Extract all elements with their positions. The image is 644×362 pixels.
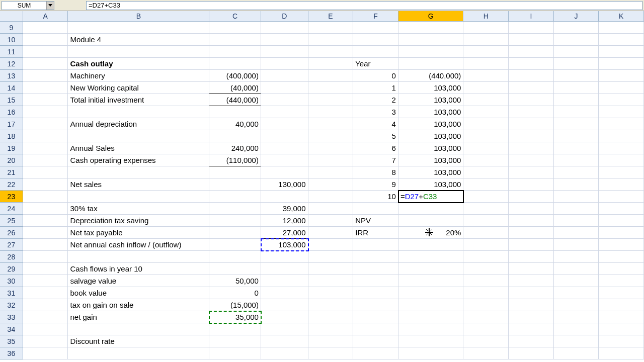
cell-D28[interactable] [261, 251, 308, 263]
cell-B25[interactable]: Depreciation tax saving [68, 215, 209, 227]
cell-H35[interactable] [463, 335, 509, 347]
cell-F14[interactable]: 1 [353, 82, 398, 94]
column-header-H[interactable]: H [463, 11, 509, 22]
cell-F21[interactable]: 8 [353, 166, 398, 178]
cell-G32[interactable] [398, 299, 463, 311]
cell-F34[interactable] [353, 323, 398, 335]
cell-D15[interactable] [261, 94, 308, 106]
cell-F11[interactable] [353, 46, 398, 58]
cell-J10[interactable] [554, 34, 599, 46]
cell-D20[interactable] [261, 154, 308, 166]
cell-J13[interactable] [554, 70, 599, 82]
cell-E27[interactable] [308, 239, 354, 251]
cell-H20[interactable] [463, 154, 509, 166]
cell-K25[interactable] [599, 215, 644, 227]
cell-B13[interactable]: Machinery [68, 70, 209, 82]
row-header-9[interactable]: 9 [0, 22, 23, 34]
cell-G15[interactable]: 103,000 [398, 94, 463, 106]
cell-A22[interactable] [23, 178, 68, 191]
column-header-K[interactable]: K [599, 11, 644, 22]
row-header-10[interactable]: 10 [0, 34, 23, 46]
cell-F32[interactable] [353, 299, 398, 311]
cell-G30[interactable] [398, 275, 463, 287]
cell-H22[interactable] [463, 178, 509, 191]
cell-A12[interactable] [23, 58, 68, 70]
cell-F13[interactable]: 0 [353, 70, 398, 82]
cell-C20[interactable]: (110,000) [209, 154, 261, 166]
cell-E33[interactable] [308, 311, 354, 323]
cell-F29[interactable] [353, 263, 398, 275]
row-header-16[interactable]: 16 [0, 106, 23, 118]
row-header-13[interactable]: 13 [0, 70, 23, 82]
row-header-34[interactable]: 34 [0, 323, 23, 335]
cell-J36[interactable] [554, 347, 599, 359]
cell-C34[interactable] [209, 323, 261, 335]
cell-E15[interactable] [308, 94, 354, 106]
cell-B9[interactable] [68, 22, 209, 34]
cell-F15[interactable]: 2 [353, 94, 398, 106]
cell-F20[interactable]: 7 [353, 154, 398, 166]
cell-B27[interactable]: Net annual cash inflow / (outflow) [68, 239, 209, 251]
row-header-14[interactable]: 14 [0, 82, 23, 94]
cell-H29[interactable] [463, 263, 509, 275]
cell-K20[interactable] [599, 154, 644, 166]
cell-F26[interactable]: IRR [353, 227, 398, 239]
cell-I11[interactable] [509, 46, 554, 58]
name-box[interactable]: SUM [2, 1, 54, 10]
cell-I33[interactable] [509, 311, 554, 323]
cell-C10[interactable] [209, 34, 261, 46]
cell-I36[interactable] [509, 347, 554, 359]
cell-F36[interactable] [353, 347, 398, 359]
cell-E31[interactable] [308, 287, 354, 299]
cell-J29[interactable] [554, 263, 599, 275]
cell-D35[interactable] [261, 335, 308, 347]
cell-C23[interactable] [209, 191, 261, 203]
cell-A33[interactable] [23, 311, 68, 323]
cell-G25[interactable] [398, 215, 463, 227]
cell-B30[interactable]: salvage value [68, 275, 209, 287]
cell-H34[interactable] [463, 323, 509, 335]
cell-B17[interactable]: Annual depreciation [68, 118, 209, 130]
cell-E9[interactable] [308, 22, 354, 34]
cell-I12[interactable] [509, 58, 554, 70]
cell-F31[interactable] [353, 287, 398, 299]
cell-K31[interactable] [599, 287, 644, 299]
cell-I14[interactable] [509, 82, 554, 94]
cell-D27[interactable]: 103,000 [261, 239, 308, 251]
row-header-11[interactable]: 11 [0, 46, 23, 58]
row-header-15[interactable]: 15 [0, 94, 23, 106]
row-header-17[interactable]: 17 [0, 118, 23, 130]
cell-F19[interactable]: 6 [353, 142, 398, 154]
cell-G17[interactable]: 103,000 [398, 118, 463, 130]
cell-J30[interactable] [554, 275, 599, 287]
cell-K14[interactable] [599, 82, 644, 94]
cell-C13[interactable]: (400,000) [209, 70, 261, 82]
cell-J28[interactable] [554, 251, 599, 263]
cell-H33[interactable] [463, 311, 509, 323]
cell-F30[interactable] [353, 275, 398, 287]
cell-G34[interactable] [398, 323, 463, 335]
cell-H28[interactable] [463, 251, 509, 263]
cell-J23[interactable] [554, 191, 599, 203]
cell-K21[interactable] [599, 166, 644, 178]
cell-F17[interactable]: 4 [353, 118, 398, 130]
cell-I10[interactable] [509, 34, 554, 46]
cell-G23[interactable]: =D27+C33 [398, 191, 463, 203]
cell-E35[interactable] [308, 335, 354, 347]
cell-A25[interactable] [23, 215, 68, 227]
cell-C14[interactable]: (40,000) [209, 82, 261, 94]
cell-A15[interactable] [23, 94, 68, 106]
cell-F33[interactable] [353, 311, 398, 323]
cell-I34[interactable] [509, 323, 554, 335]
cell-K36[interactable] [599, 347, 644, 359]
cell-D25[interactable]: 12,000 [261, 215, 308, 227]
cell-G22[interactable]: 103,000 [398, 178, 463, 191]
name-box-dropdown-icon[interactable] [46, 2, 54, 10]
cell-D17[interactable] [261, 118, 308, 130]
cell-C24[interactable] [209, 203, 261, 215]
cell-C9[interactable] [209, 22, 261, 34]
column-header-A[interactable]: A [23, 11, 68, 22]
cell-I18[interactable] [509, 130, 554, 142]
cell-D9[interactable] [261, 22, 308, 34]
cell-C29[interactable] [209, 263, 261, 275]
